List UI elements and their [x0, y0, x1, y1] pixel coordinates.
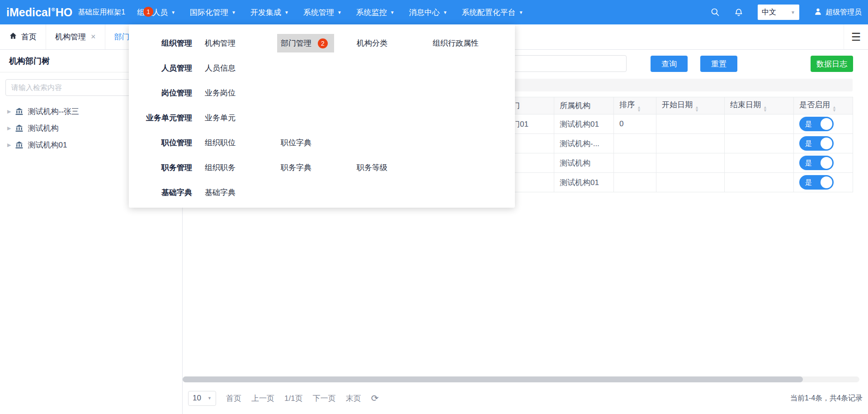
notification-badge: 1 [143, 7, 153, 17]
col-header-enabled[interactable]: 是否启用▲▼ [794, 97, 853, 114]
megamenu-row: 岗位管理 业务岗位 [129, 81, 515, 105]
megamenu-item[interactable]: 职位字典 [281, 138, 357, 148]
menu-i18n[interactable]: 国际化管理 ▼ [190, 0, 236, 24]
cell-end-date [725, 134, 794, 153]
megamenu-item[interactable]: 职务等级 [357, 162, 433, 173]
enabled-toggle[interactable]: 是 [799, 156, 834, 170]
cell-enabled: 是 [794, 173, 853, 192]
tab-list-menu-icon[interactable]: ☰ [844, 24, 868, 49]
logo-suffix: HO [56, 6, 73, 19]
pager-next[interactable]: 下一页 [313, 393, 336, 404]
megamenu-group-label: 业务单元管理 [129, 113, 192, 123]
tree-expand-icon[interactable]: ▶ [7, 142, 11, 148]
megamenu-item[interactable]: 职务字典 [281, 162, 357, 173]
col-header-org: 所属机构 [554, 97, 614, 114]
enabled-toggle[interactable]: 是 [799, 136, 834, 151]
chevron-down-icon: ▼ [231, 10, 236, 15]
pager-current: 1/1页 [284, 393, 303, 404]
cell-start-date [656, 134, 725, 153]
menu-system-management[interactable]: 系统管理 ▼ [303, 0, 342, 24]
logo-registered-mark: ® [52, 7, 55, 12]
cell-start-date [656, 173, 725, 192]
pager-first[interactable]: 首页 [226, 393, 241, 404]
username: 超级管理员 [826, 8, 862, 17]
language-select[interactable]: 中文 ▼ [758, 5, 799, 20]
megamenu-row: 人员管理 人员信息 [129, 56, 515, 81]
cell-end-date [725, 173, 794, 192]
user-icon [814, 7, 822, 18]
search-icon[interactable] [711, 8, 720, 17]
app-logo: iMedical®HO [6, 6, 72, 19]
user-menu[interactable]: 超级管理员 [814, 7, 862, 18]
reset-button[interactable]: 重置 [700, 56, 737, 72]
col-header-sort[interactable]: 排序▲▼ [614, 97, 656, 114]
cell-org: 测试机构-... [554, 134, 614, 153]
toggle-label: 是 [805, 178, 812, 187]
data-log-button[interactable]: 数据日志 [811, 56, 853, 72]
tree-node-label: 测试机构 [28, 123, 58, 133]
sort-desc-icon: ▼ [695, 109, 699, 112]
megamenu-item[interactable]: 组织行政属性 [433, 38, 509, 48]
menu-label: 系统管理 [303, 7, 334, 18]
megamenu-item[interactable]: 业务单元 [205, 113, 281, 123]
pager-last[interactable]: 末页 [346, 393, 361, 404]
cell-enabled: 是 [794, 114, 853, 134]
chevron-down-icon: ▼ [519, 10, 524, 15]
sort-desc-icon: ▼ [763, 109, 767, 112]
sort-icon[interactable]: ▲▼ [763, 106, 767, 112]
megamenu-item[interactable]: 业务岗位 [205, 88, 281, 98]
menu-config-platform[interactable]: 系统配置化平台 ▼ [462, 0, 524, 24]
tree-expand-icon[interactable]: ▶ [7, 109, 11, 114]
menu-label: 系统监控 [356, 7, 387, 18]
cell-sort [614, 153, 656, 173]
col-header-end-date[interactable]: 结束日期▲▼ [725, 97, 794, 114]
chevron-down-icon: ▼ [208, 396, 212, 400]
query-button[interactable]: 查询 [651, 56, 688, 72]
megamenu-item[interactable]: 组织职务 [205, 162, 281, 173]
menu-label: 开发集成 [250, 7, 281, 18]
menu-dev-integration[interactable]: 开发集成 ▼ [250, 0, 289, 24]
language-value: 中文 [762, 8, 776, 17]
col-header-start-date[interactable]: 开始日期▲▼ [656, 97, 725, 114]
enabled-toggle[interactable]: 是 [799, 117, 834, 131]
sort-icon[interactable]: ▲▼ [637, 106, 641, 112]
megamenu-item[interactable]: 人员信息 [205, 63, 281, 73]
cell-sort [614, 134, 656, 153]
main-menu: 组织人员 ▼ 1 国际化管理 ▼ 开发集成 ▼ 系统管理 ▼ 系统监控 ▼ 消息… [137, 0, 523, 24]
megamenu-row: 组织管理 机构管理 部门管理 2 机构分类 组织行政属性 [129, 31, 515, 56]
sort-icon[interactable]: ▲▼ [695, 106, 699, 112]
building-icon [15, 107, 24, 116]
megamenu-item-dept-management[interactable]: 部门管理 2 [281, 34, 357, 52]
horizontal-scrollbar[interactable] [183, 376, 859, 382]
megamenu-group-label: 组织管理 [129, 38, 192, 48]
toggle-knob [821, 157, 832, 169]
enabled-toggle[interactable]: 是 [799, 175, 834, 190]
megamenu-item[interactable]: 组织职位 [205, 138, 281, 148]
tree-expand-icon[interactable]: ▶ [7, 125, 11, 131]
megamenu-item[interactable]: 基础字典 [205, 187, 281, 198]
sort-icon[interactable]: ▲▼ [832, 106, 836, 112]
page-size-value: 10 [193, 394, 201, 403]
toggle-knob [821, 118, 832, 130]
cell-end-date [725, 114, 794, 134]
refresh-icon[interactable]: ⟳ [371, 393, 379, 404]
chevron-down-icon: ▼ [390, 10, 395, 15]
megamenu-item[interactable]: 机构管理 [205, 38, 281, 48]
pager-prev[interactable]: 上一页 [251, 393, 274, 404]
tree-node-label: 测试机构--张三 [28, 106, 79, 117]
toggle-knob [821, 176, 832, 188]
menu-system-monitor[interactable]: 系统监控 ▼ [356, 0, 395, 24]
app-title: 基础应用框架1 [78, 8, 125, 17]
close-icon[interactable]: × [91, 32, 96, 42]
page-size-select[interactable]: 10 ▼ [188, 391, 216, 406]
bell-icon[interactable] [734, 8, 743, 17]
tab-home[interactable]: 首页 [0, 24, 46, 49]
tab-org-management[interactable]: 机构管理 × [46, 24, 105, 49]
megamenu-item[interactable]: 机构分类 [357, 38, 433, 48]
menu-org-personnel[interactable]: 组织人员 ▼ 1 [137, 0, 175, 24]
pagination-bar: 10 ▼ 首页 上一页 1/1页 下一页 末页 ⟳ 当前1-4条，共4条记录 [188, 389, 863, 407]
cell-enabled: 是 [794, 153, 853, 173]
menu-message-center[interactable]: 消息中心 ▼ [409, 0, 448, 24]
scrollbar-thumb[interactable] [183, 376, 803, 382]
step-badge: 2 [318, 38, 328, 48]
